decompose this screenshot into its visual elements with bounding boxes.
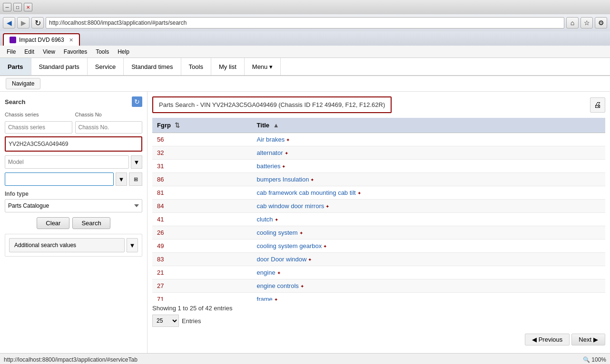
sidebar-title: Search: [5, 98, 25, 105]
additional-search-section: Additional search values ▼: [5, 234, 142, 257]
col-title-header[interactable]: Title ▲: [252, 118, 605, 133]
title-link[interactable]: door Door window: [257, 256, 307, 263]
table-row[interactable]: 41 clutch✦: [152, 213, 605, 226]
table-row[interactable]: 84 cab window door mirrors✦: [152, 200, 605, 213]
tab-close-button[interactable]: ✕: [69, 37, 73, 43]
fgrp-link[interactable]: 41: [157, 216, 164, 223]
tab-my-list[interactable]: My list: [211, 58, 245, 75]
sidebar-refresh-button[interactable]: ↻: [132, 96, 142, 107]
table-row[interactable]: 71 frame✦: [152, 293, 605, 301]
refresh-button[interactable]: ↻: [31, 17, 44, 29]
fgrp-link[interactable]: 27: [157, 282, 164, 289]
maximize-button[interactable]: □: [13, 3, 22, 11]
tab-menu[interactable]: Menu ▾: [245, 58, 281, 75]
home-button[interactable]: ⌂: [566, 17, 579, 29]
chassis-no-input[interactable]: [75, 121, 143, 134]
title-link[interactable]: engine controls: [257, 282, 299, 289]
table-row[interactable]: 32 alternator✦: [152, 146, 605, 160]
navigate-button[interactable]: Navigate: [6, 78, 40, 89]
address-bar[interactable]: http://localhost:8800/impact3/applicatio…: [46, 17, 564, 29]
menu-edit[interactable]: Edit: [20, 48, 38, 56]
additional-search-button[interactable]: Additional search values: [9, 238, 125, 252]
fgrp-link[interactable]: 26: [157, 229, 164, 236]
settings-button[interactable]: ⚙: [595, 17, 607, 29]
info-type-select[interactable]: Parts Catalogue Workshop Manual Wiring D…: [5, 199, 142, 212]
info-type-label: Info type: [5, 191, 142, 197]
fgrp-link[interactable]: 84: [157, 202, 164, 210]
title-link[interactable]: engine: [257, 269, 275, 276]
tab-tools[interactable]: Tools: [181, 58, 211, 75]
fgrp-link[interactable]: 71: [157, 296, 164, 301]
fgrp-link[interactable]: 21: [157, 269, 164, 276]
table-scroll-area[interactable]: Fgrp ⇅ Title ▲ 56 Air brakes✦ 32 alterna…: [152, 118, 605, 301]
table-body: 56 Air brakes✦ 32 alternator✦ 31 batteri…: [152, 133, 605, 301]
title-link[interactable]: batteries: [257, 163, 281, 170]
title-link[interactable]: alternator: [257, 149, 283, 156]
title-link[interactable]: bumpers Insulation: [257, 176, 309, 183]
search-dropdown2-button[interactable]: ▼: [116, 172, 127, 186]
title-link[interactable]: cab framework cab mounting cab tilt: [257, 189, 356, 196]
previous-button[interactable]: ◀ Previous: [525, 334, 570, 345]
app-toolbar: Parts Standard parts Service Standard ti…: [0, 58, 610, 76]
title-link[interactable]: cooling system gearbox: [257, 242, 322, 249]
star-icon: ✦: [325, 204, 329, 209]
title-link[interactable]: Air brakes: [257, 136, 285, 143]
star-icon: ✦: [300, 284, 304, 289]
favorites-button[interactable]: ☆: [580, 17, 593, 29]
menu-view[interactable]: View: [39, 48, 59, 56]
title-link[interactable]: frame: [257, 296, 273, 301]
fgrp-link[interactable]: 49: [157, 242, 164, 249]
table-row[interactable]: 49 cooling system gearbox✦: [152, 239, 605, 253]
vin-input[interactable]: [5, 136, 142, 152]
fgrp-link[interactable]: 31: [157, 163, 164, 170]
entries-select[interactable]: 10 25 50 100: [152, 315, 179, 327]
info-type-select-wrapper: Parts Catalogue Workshop Manual Wiring D…: [5, 199, 142, 212]
close-button[interactable]: ✕: [24, 3, 32, 11]
print-button[interactable]: 🖨: [590, 97, 605, 113]
tab-parts[interactable]: Parts: [0, 58, 31, 75]
content-area: Parts Search - VIN YV2H2A3C5GA049469 (Ch…: [148, 92, 610, 353]
col-fgrp-header[interactable]: Fgrp ⇅: [152, 118, 252, 133]
table-row[interactable]: 86 bumpers Insulation✦: [152, 173, 605, 186]
star-icon: ✦: [310, 177, 314, 182]
main-content: Search ↻ Chassis series Chassis No: [0, 92, 610, 353]
model-dropdown-button[interactable]: ▼: [131, 155, 142, 169]
table-row[interactable]: 56 Air brakes✦: [152, 133, 605, 146]
minimize-button[interactable]: ─: [3, 3, 11, 11]
table-row[interactable]: 31 batteries✦: [152, 160, 605, 173]
next-button[interactable]: Next ▶: [571, 334, 605, 345]
search-input2[interactable]: [5, 172, 114, 186]
table-row[interactable]: 21 engine✦: [152, 266, 605, 279]
fgrp-link[interactable]: 81: [157, 189, 164, 196]
active-browser-tab[interactable]: Impact DVD 6963 ✕: [3, 33, 80, 46]
menu-help[interactable]: Help: [114, 48, 133, 56]
menu-tools[interactable]: Tools: [92, 48, 113, 56]
model-row: ▼: [5, 155, 142, 169]
title-link[interactable]: clutch: [257, 216, 273, 223]
fgrp-link[interactable]: 56: [157, 136, 164, 143]
title-link[interactable]: cooling system: [257, 229, 298, 236]
clear-button[interactable]: Clear: [37, 217, 69, 229]
menu-file[interactable]: File: [3, 48, 20, 56]
title-sort-icon: ▲: [273, 122, 279, 129]
title-link[interactable]: cab window door mirrors: [257, 202, 325, 210]
tab-service[interactable]: Service: [88, 58, 124, 75]
table-row[interactable]: 83 door Door window✦: [152, 253, 605, 266]
tab-standard-parts[interactable]: Standard parts: [31, 58, 88, 75]
fgrp-link[interactable]: 86: [157, 176, 164, 183]
fgrp-link[interactable]: 83: [157, 256, 164, 263]
tab-standard-times[interactable]: Standard times: [124, 58, 181, 75]
chassis-no-col: Chassis No: [75, 112, 143, 118]
forward-button[interactable]: ▶: [17, 17, 30, 29]
table-row[interactable]: 27 engine controls✦: [152, 279, 605, 293]
scan-button[interactable]: ⊞: [129, 172, 142, 186]
table-row[interactable]: 26 cooling system✦: [152, 226, 605, 239]
chassis-series-input[interactable]: [5, 121, 72, 134]
table-row[interactable]: 81 cab framework cab mounting cab tilt✦: [152, 186, 605, 200]
search-button[interactable]: Search: [72, 217, 110, 229]
fgrp-link[interactable]: 32: [157, 149, 164, 156]
model-input[interactable]: [5, 155, 129, 169]
additional-search-chevron[interactable]: ▼: [127, 238, 138, 252]
menu-favorites[interactable]: Favorites: [60, 48, 91, 56]
back-button[interactable]: ◀: [3, 17, 15, 29]
